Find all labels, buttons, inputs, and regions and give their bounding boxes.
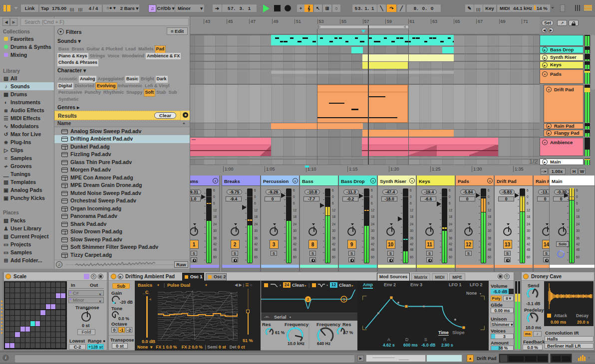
svg-text:2: 2 (307, 298, 309, 301)
svg-text:1: 1 (343, 298, 345, 301)
